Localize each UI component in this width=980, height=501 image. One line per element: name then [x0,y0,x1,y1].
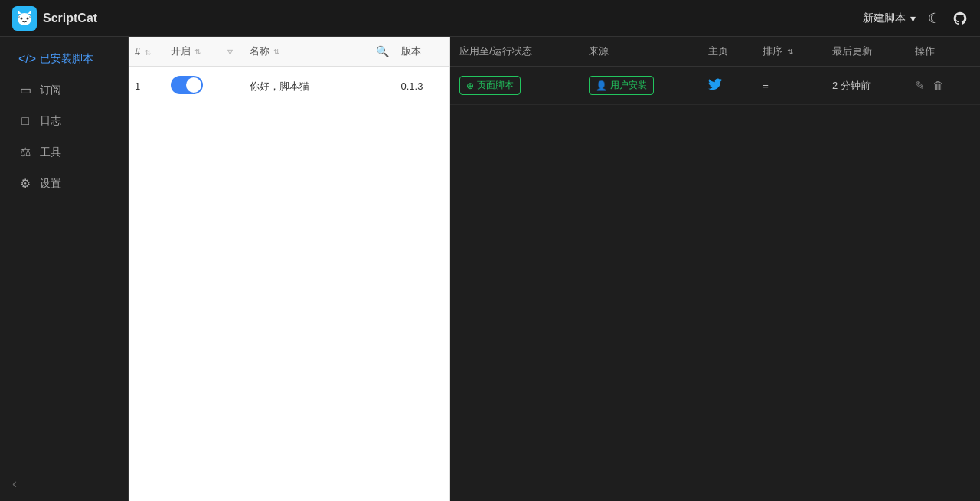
search-icon[interactable]: 🔍 [376,45,389,57]
wrench-icon: ⚖ [18,145,32,159]
sidebar-item-tools[interactable]: ⚖ 工具 [6,137,122,167]
edit-icon: ✎ [915,79,925,92]
cell-search [370,67,395,106]
sidebar: </> 已安装脚本 ▭ 订阅 □ 日志 ⚖ 工具 ⚙ 设置 ‹ [0,37,129,501]
sidebar-item-logs[interactable]: □ 日志 [6,106,122,136]
topbar: ScriptCat 新建脚本 ▾ ☾ [0,0,980,37]
cell-toggle [165,67,222,106]
row-num: 1 [135,80,140,92]
col-name-label: 名称 [250,45,270,57]
collapse-icon: ‹ [12,476,17,492]
sidebar-item-logs-label: 日志 [40,114,61,128]
col-version-label: 版本 [401,45,421,57]
last-updated: 2 分钟前 [832,80,871,91]
col-header-apply: 应用至/运行状态 [450,37,580,67]
gear-icon: ⚙ [18,176,32,191]
twitter-icon[interactable] [708,80,722,93]
col-num-label: # [135,46,140,57]
col-header-order: 排序 ⇅ [753,37,823,67]
trash-icon: 🗑 [933,79,944,92]
page-script-icon: ⊕ [466,80,474,91]
delete-button[interactable]: 🗑 [933,79,944,92]
cell-num: 1 [129,67,165,106]
scripts-table-right: 应用至/运行状态 来源 主页 排序 ⇅ 最后更新 [450,37,980,105]
file-icon: □ [18,114,32,128]
user-icon: 👤 [596,80,607,91]
sidebar-item-installed[interactable]: </> 已安装脚本 [6,44,122,74]
col-actions-label: 操作 [915,45,935,57]
logo: ScriptCat [12,6,97,31]
col-header-version: 版本 [395,37,449,67]
left-panel: # ⇅ 开启 ⇅ ▿ 名称 ⇅ 🔍 [129,37,450,501]
github-icon [952,11,968,26]
col-header-home: 主页 [699,37,753,67]
svg-point-1 [18,13,31,25]
sort-name-icon[interactable]: ⇅ [273,47,279,56]
col-header-updated: 最后更新 [823,37,906,67]
col-header-source: 来源 [580,37,699,67]
right-panel: 应用至/运行状态 来源 主页 排序 ⇅ 最后更新 [450,37,980,501]
sort-order-icon[interactable]: ⇅ [787,47,793,56]
dark-mode-button[interactable]: ☾ [928,10,940,27]
sidebar-item-installed-label: 已安装脚本 [40,52,93,66]
github-button[interactable] [952,11,968,26]
new-script-label: 新建脚本 [863,11,906,25]
page-script-badge[interactable]: ⊕ 页面脚本 [459,76,521,95]
logo-icon [12,6,37,31]
sort-toggle-icon[interactable]: ⇅ [194,47,201,56]
sidebar-nav: </> 已安装脚本 ▭ 订阅 □ 日志 ⚖ 工具 ⚙ 设置 [0,37,128,467]
chevron-down-icon: ▾ [910,12,916,25]
page-script-label: 页面脚本 [477,79,514,92]
sidebar-item-subscribe[interactable]: ▭ 订阅 [6,75,122,105]
topbar-actions: 新建脚本 ▾ ☾ [863,10,968,27]
col-toggle-label: 开启 [171,45,191,57]
new-script-button[interactable]: 新建脚本 ▾ [863,11,916,25]
svg-point-2 [21,17,23,19]
table-row: ⊕ 页面脚本 👤 用户安装 [450,67,980,105]
cell-updated: 2 分钟前 [823,67,906,105]
cell-version: 0.1.3 [395,67,449,106]
sort-num-icon[interactable]: ⇅ [145,48,151,57]
col-home-label: 主页 [708,45,728,57]
sidebar-item-settings[interactable]: ⚙ 设置 [6,169,122,198]
cell-source: 👤 用户安装 [580,67,699,105]
sidebar-item-tools-label: 工具 [40,146,61,159]
main-layout: </> 已安装脚本 ▭ 订阅 □ 日志 ⚖ 工具 ⚙ 设置 ‹ [0,37,980,501]
col-header-actions: 操作 [906,37,980,67]
sidebar-item-settings-label: 设置 [40,177,61,191]
col-header-num: # ⇅ [129,37,165,67]
script-toggle[interactable] [171,76,203,94]
user-install-badge: 👤 用户安装 [589,76,654,95]
order-icon: ≡ [763,80,769,91]
col-updated-label: 最后更新 [832,45,872,57]
cell-home [699,67,753,105]
edit-button[interactable]: ✎ [915,79,925,93]
user-install-label: 用户安装 [610,79,647,92]
table-row: 1 你好，脚本猫 0.1.3 [129,67,449,106]
col-header-search: 🔍 [370,37,395,67]
cell-name: 你好，脚本猫 [243,67,370,106]
col-header-toggle: 开启 ⇅ [165,37,222,67]
col-header-filter: ▿ [221,37,243,67]
filter-icon[interactable]: ▿ [227,45,233,57]
code-icon: </> [18,52,32,66]
col-header-name: 名称 ⇅ [243,37,370,67]
script-name[interactable]: 你好，脚本猫 [250,80,309,92]
moon-icon: ☾ [928,10,940,27]
logo-text: ScriptCat [43,11,97,25]
col-apply-label: 应用至/运行状态 [459,45,532,57]
sidebar-collapse-button[interactable]: ‹ [0,467,128,501]
cell-order: ≡ [753,67,823,105]
scripts-table-left: # ⇅ 开启 ⇅ ▿ 名称 ⇅ 🔍 [129,37,449,106]
script-version: 0.1.3 [401,80,423,92]
col-order-label: 排序 [763,45,782,57]
cell-apply: ⊕ 页面脚本 [450,67,580,105]
svg-point-3 [27,17,29,19]
col-source-label: 来源 [589,45,609,57]
cell-actions: ✎ 🗑 [906,67,980,105]
bookmark-icon: ▭ [18,83,32,97]
sidebar-item-subscribe-label: 订阅 [40,84,61,97]
cell-filter [221,67,243,106]
